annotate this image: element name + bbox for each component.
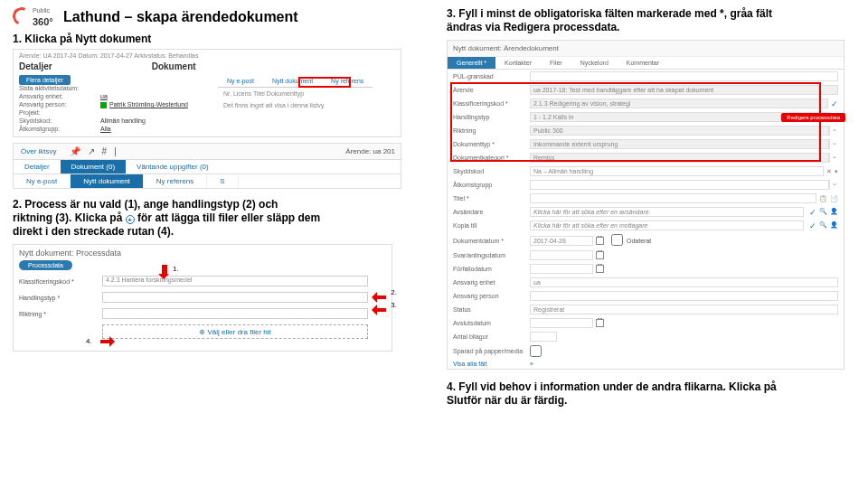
step-1-heading: 1. Klicka på Nytt dokument xyxy=(13,33,421,45)
chevron-down-icon[interactable]: ⌄ xyxy=(829,126,838,136)
field-label: Sparad på papper/media xyxy=(453,348,530,354)
tab-filer[interactable]: Filer xyxy=(541,57,571,69)
field-label: Ansvarig person xyxy=(453,293,530,299)
hash-icon[interactable]: # xyxy=(102,146,108,156)
calendar-icon[interactable] xyxy=(596,251,604,259)
empty-list-msg: Det finns inget att visa i denna listvy. xyxy=(218,99,373,111)
sparad-checkbox[interactable] xyxy=(530,345,542,357)
sub-ny-referens[interactable]: Ny referens xyxy=(144,174,207,188)
check-icon: ✓ xyxy=(809,208,816,217)
arrow-3-label: 3. xyxy=(391,301,397,309)
oversiktsvy-label[interactable]: Över iktsvy xyxy=(14,147,64,155)
page-title: Lathund – skapa ärendedokument xyxy=(63,9,421,25)
field-label: Riktning * xyxy=(19,311,102,317)
step-2-text: 2. Process är nu vald (1), ange handling… xyxy=(13,198,421,239)
screenshot-detail-panel: Ärende: UA 2017-24 Datum: 2017-04-27 Ark… xyxy=(13,49,401,137)
field-label: Handlingstyp * xyxy=(19,295,102,301)
detail-row: Skyddskod:Allmän handling xyxy=(19,117,395,125)
chevron-down-icon[interactable]: ⌄ xyxy=(829,180,838,190)
copy-icon[interactable]: 📋 xyxy=(819,195,827,202)
presence-icon xyxy=(100,102,107,108)
odaterat-checkbox[interactable] xyxy=(611,234,623,246)
doc-icon[interactable]: 📄 xyxy=(830,195,838,202)
file-dropzone[interactable]: ⊕ Välj eller dra filer hit xyxy=(102,324,368,339)
calendar-icon[interactable] xyxy=(596,265,604,273)
pin-icon[interactable]: 📌 xyxy=(70,146,80,156)
field-label: Skyddskod xyxy=(453,168,530,174)
tab-dokument[interactable]: Dokument (0) xyxy=(61,160,126,174)
sub-nytt-dokument[interactable]: Nytt dokument xyxy=(71,174,144,188)
screenshot-arendedokument-form: Nytt dokument: Ärendedokument Generellt … xyxy=(447,40,844,370)
x-icon[interactable]: ✕ xyxy=(826,168,832,175)
odaterat-label: Odaterat xyxy=(627,238,651,244)
arrow-1-icon xyxy=(158,265,169,279)
dokumentdatum-input[interactable]: 2017-04-28 xyxy=(530,236,593,246)
handlingstyp-input[interactable] xyxy=(102,292,368,303)
check-icon: ✓ xyxy=(831,99,838,108)
field-label: PUL-granskad xyxy=(453,73,530,80)
field-label: Klassificeringskod * xyxy=(19,278,102,285)
arrow-1-label: 1. xyxy=(173,265,179,273)
field-label: Antal bilagor xyxy=(453,333,530,340)
arrow-3-icon xyxy=(372,305,386,315)
calendar-icon[interactable] xyxy=(596,237,604,245)
detaljer-heading: Detaljer xyxy=(19,61,52,71)
form-title: Nytt dokument: Ärendedokument xyxy=(448,41,844,57)
highlight-nytt-dokument xyxy=(298,77,351,88)
status-input[interactable]: Registrerat xyxy=(530,305,838,314)
user-icon[interactable]: 👤 xyxy=(830,221,838,230)
step-3-text: 3. Fyll i minst de obligatoriska fälten … xyxy=(447,7,855,34)
ansvarigperson-input[interactable] xyxy=(530,291,838,301)
forfallodatum-input[interactable] xyxy=(530,264,593,274)
field-label: Förfallodatum xyxy=(453,266,530,272)
share-icon[interactable]: ↗ xyxy=(88,146,95,156)
tab-kommentar[interactable]: Kommentar xyxy=(618,57,668,69)
riktning-input[interactable] xyxy=(102,308,368,319)
sub-ny-epost[interactable]: Ny e-post xyxy=(14,174,71,188)
skyddskod-input[interactable]: Na – Allmän handling xyxy=(530,166,824,176)
expand-icon[interactable]: » xyxy=(530,361,533,367)
kopiatill-input[interactable]: Klicka här för att söka efter en mottaga… xyxy=(530,221,804,230)
chevron-down-icon[interactable]: ⌄ xyxy=(829,153,838,163)
tab-kontakter[interactable]: Kontakter xyxy=(495,57,541,69)
klassificeringskod-input[interactable]: 4.2.3 Hantera forskningsmedel xyxy=(102,276,368,286)
case-info-bar: Ärende: UA 2017-24 Datum: 2017-04-27 Ark… xyxy=(14,50,401,61)
tab-vantande[interactable]: Väntande uppgifter (0) xyxy=(126,160,220,174)
atkomstgrupp-input[interactable] xyxy=(530,180,829,190)
tab-detaljer[interactable]: Detaljer xyxy=(14,160,61,174)
public360-logo: Public 360° xyxy=(13,7,52,27)
field-label: Status xyxy=(453,306,530,313)
tab-generellt[interactable]: Generellt * xyxy=(448,57,495,69)
field-label: Svar/anlingsdatum xyxy=(453,252,530,258)
flera-detaljer-button[interactable]: Flera detaljer xyxy=(19,75,71,85)
processdata-title: Nytt dokument: Processdata xyxy=(19,249,386,258)
tab-nyckelord[interactable]: Nyckelord xyxy=(571,57,618,69)
user-icon[interactable]: 👤 xyxy=(830,208,838,217)
search-icon[interactable]: 🔍 xyxy=(819,221,827,230)
plus-icon: + xyxy=(126,215,135,224)
processdata-pill[interactable]: Processdata xyxy=(19,260,72,270)
titel-input[interactable] xyxy=(530,193,816,203)
sub-s[interactable]: S xyxy=(207,174,238,188)
field-label: Dokumentdatum * xyxy=(453,238,530,244)
arende-label: Ärende: ua 201 xyxy=(340,147,401,155)
screenshot-processdata: Nytt dokument: Processdata Processdata K… xyxy=(13,244,392,352)
arrow-4-icon xyxy=(100,336,115,347)
arrow-2-label: 2. xyxy=(391,288,397,296)
redigera-processdata-button[interactable]: Redigera processdata xyxy=(781,113,845,122)
step-4-text: 4. Fyll vid behov i information under de… xyxy=(447,380,855,408)
ansvarigenhet-input[interactable]: ua xyxy=(530,277,838,287)
search-icon[interactable]: 🔍 xyxy=(819,208,827,217)
svardatum-input[interactable] xyxy=(530,250,593,260)
arrow-2-icon xyxy=(372,292,386,303)
antalbilagor-input[interactable] xyxy=(530,332,557,342)
calendar-icon[interactable] xyxy=(596,319,604,327)
visa-alla-falt-link[interactable]: Visa alla fält xyxy=(453,361,530,367)
tab-ny-epost[interactable]: Ny e-post xyxy=(218,75,263,87)
avslutsdatum-input[interactable] xyxy=(530,318,593,328)
check-icon: ✓ xyxy=(809,221,816,230)
avsandare-input[interactable]: Klicka här för att söka efter en avsända… xyxy=(530,207,804,217)
chevron-down-icon[interactable]: ⌄ xyxy=(829,139,838,149)
chevron-down-icon[interactable]: ▾ xyxy=(835,168,838,175)
pul-input[interactable] xyxy=(530,71,838,81)
